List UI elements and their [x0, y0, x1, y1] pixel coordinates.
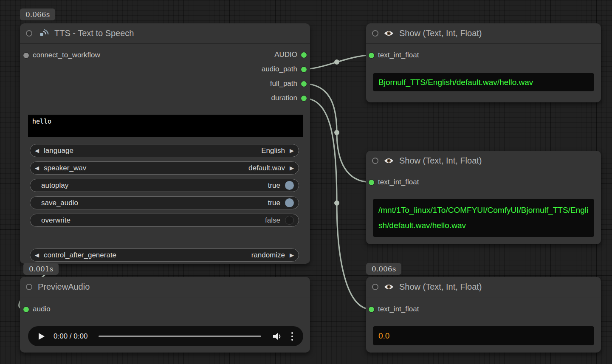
input-dot[interactable] — [23, 53, 29, 58]
input-dot[interactable] — [369, 307, 374, 312]
widget-value: randomize — [251, 251, 285, 260]
node-title: Show (Text, Int, Float) — [399, 28, 482, 38]
node-show-text-top[interactable]: Show (Text, Int, Float) text_int_float B… — [366, 23, 601, 102]
widget-label: speaker_wav — [44, 164, 86, 172]
node-preview-audio[interactable]: PreviewAudio audio 0:00 / 0:00 — [20, 277, 310, 353]
play-triangle-icon[interactable] — [38, 333, 45, 340]
node-title: TTS - Text to Speech — [54, 28, 134, 38]
show-value-display: Bjornulf_TTS/English/default.wav/hello.w… — [373, 73, 594, 91]
widget-value: false — [265, 216, 280, 225]
sound-wave-icon — [38, 29, 49, 38]
input-port-connect-to-workflow: connect_to_workflow — [23, 50, 100, 61]
output-dot[interactable] — [301, 52, 307, 58]
port-label: audio — [33, 305, 51, 313]
widget-value: default.wav — [248, 164, 285, 172]
port-label: full_path — [270, 79, 297, 88]
node-show-text-middle[interactable]: Show (Text, Int, Float) text_int_float /… — [366, 151, 601, 244]
toggle-widget-autoplay[interactable]: autoplay true — [30, 179, 299, 192]
node-graph-canvas[interactable]: 0.066s 0.001s 0.006s TTS - Text to Speec… — [0, 0, 612, 364]
execution-time-badge: 0.001s — [23, 263, 59, 275]
port-label: text_int_float — [378, 305, 419, 313]
widget-value: English — [261, 147, 285, 155]
seek-slider[interactable] — [99, 336, 261, 337]
collapse-toggle[interactable] — [26, 284, 32, 290]
toggle-knob[interactable] — [285, 216, 294, 225]
port-label: AUDIO — [274, 51, 297, 59]
right-arrow-icon[interactable]: ▶ — [290, 148, 294, 153]
combo-widget-speaker-wav[interactable]: ◀ speaker_wav default.wav ▶ — [30, 161, 299, 175]
input-dot[interactable] — [23, 307, 29, 312]
widget-value: true — [268, 199, 280, 207]
node-header: Show (Text, Int, Float) — [366, 151, 601, 171]
node-show-text-bottom[interactable]: Show (Text, Int, Float) text_int_float 0… — [366, 277, 601, 353]
port-label: text_int_float — [378, 51, 419, 59]
node-header: Show (Text, Int, Float) — [366, 23, 601, 44]
output-port-duration: duration — [271, 93, 307, 104]
output-port-audio: AUDIO — [274, 49, 307, 60]
link-midpoint-dot — [334, 59, 339, 65]
input-dot[interactable] — [369, 53, 374, 58]
execution-time-badge: 0.066s — [20, 8, 55, 20]
left-arrow-icon[interactable]: ◀ — [35, 148, 39, 153]
collapse-toggle[interactable] — [372, 284, 378, 290]
node-header: Show (Text, Int, Float) — [366, 277, 601, 297]
port-label: duration — [271, 94, 297, 102]
show-value-display: /mnt/1To_linux/1To/COMFYUI/ComfyUI/Bjorn… — [373, 199, 594, 237]
eye-icon — [384, 283, 394, 291]
input-port-audio: audio — [23, 304, 51, 315]
widget-value: true — [268, 181, 280, 190]
player-time: 0:00 / 0:00 — [54, 332, 87, 341]
collapse-toggle[interactable] — [26, 30, 32, 37]
output-port-full-path: full_path — [270, 78, 307, 89]
link-midpoint-dot — [334, 200, 339, 206]
toggle-knob[interactable] — [285, 198, 294, 207]
left-arrow-icon[interactable]: ◀ — [35, 252, 39, 258]
collapse-toggle[interactable] — [372, 30, 378, 37]
input-port-text-int-float: text_int_float — [369, 50, 419, 61]
left-arrow-icon[interactable]: ◀ — [35, 165, 39, 171]
node-title: PreviewAudio — [38, 282, 90, 292]
speaker-icon[interactable] — [272, 332, 282, 341]
right-arrow-icon[interactable]: ▶ — [290, 252, 294, 258]
port-label: audio_path — [262, 65, 297, 73]
kebab-menu-icon[interactable] — [291, 332, 293, 341]
output-dot[interactable] — [301, 67, 307, 72]
toggle-knob[interactable] — [285, 181, 294, 190]
execution-time-badge: 0.006s — [366, 263, 401, 275]
node-header: TTS - Text to Speech — [20, 23, 310, 44]
text-input-widget[interactable]: hello — [28, 115, 303, 137]
eye-icon — [384, 157, 394, 164]
widget-label: save_audio — [41, 199, 78, 207]
toggle-widget-save-audio[interactable]: save_audio true — [30, 196, 299, 209]
widget-label: control_after_generate — [44, 251, 116, 260]
eye-icon — [384, 30, 394, 37]
toggle-widget-overwrite[interactable]: overwrite false — [30, 214, 299, 227]
port-label: text_int_float — [378, 178, 419, 186]
input-port-text-int-float: text_int_float — [369, 177, 419, 188]
widget-label: autoplay — [41, 181, 68, 190]
output-dot[interactable] — [301, 96, 307, 101]
link-midpoint-dot — [334, 130, 339, 135]
node-title: Show (Text, Int, Float) — [399, 156, 482, 166]
output-dot[interactable] — [301, 81, 307, 87]
combo-widget-language[interactable]: ◀ language English ▶ — [30, 144, 299, 157]
node-tts-text-to-speech[interactable]: TTS - Text to Speech connect_to_workflow… — [20, 23, 310, 264]
input-port-text-int-float: text_int_float — [369, 304, 419, 315]
node-title: Show (Text, Int, Float) — [399, 282, 482, 292]
show-value-display: 0.0 — [373, 326, 594, 345]
input-dot[interactable] — [369, 180, 374, 185]
port-label: connect_to_workflow — [33, 51, 100, 59]
combo-widget-control-after-generate[interactable]: ◀ control_after_generate randomize ▶ — [30, 248, 299, 262]
output-port-audio-path: audio_path — [262, 64, 307, 75]
right-arrow-icon[interactable]: ▶ — [290, 165, 294, 171]
collapse-toggle[interactable] — [372, 158, 378, 164]
widget-label: language — [44, 147, 73, 155]
node-header: PreviewAudio — [20, 277, 310, 297]
audio-player: 0:00 / 0:00 — [28, 326, 303, 346]
widget-label: overwrite — [41, 216, 71, 225]
